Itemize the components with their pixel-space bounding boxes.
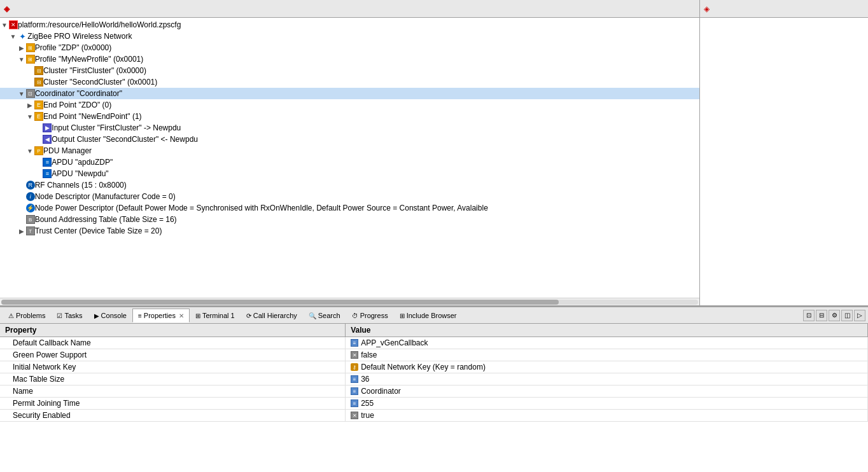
tab-icon-include-browser: ⊞ — [400, 312, 405, 319]
tree-item[interactable]: ⚡Node Power Descriptor (Default Power Mo… — [0, 202, 699, 214]
tree-toggle[interactable]: ▼ — [17, 90, 26, 97]
tree-label: Output Cluster "SecondCluster" <- Newpdu — [52, 135, 198, 144]
tree-label: Profile "ZDP" (0x0000) — [35, 43, 112, 52]
property-row: Green Power Support ✕false — [0, 349, 868, 361]
tab-close-properties[interactable]: ✕ — [179, 312, 184, 319]
prop-header-value: Value — [346, 324, 868, 337]
tree-label: APDU "apduZDP" — [52, 158, 113, 167]
tab-icon-console: ▶ — [94, 312, 99, 319]
tree-toggle[interactable]: ▼ — [25, 113, 34, 120]
bottom-panel: ⚠Problems☑Tasks▶Console≡Properties✕⊞Term… — [0, 307, 868, 472]
tab-label-call-hierarchy: Call Hierarchy — [253, 312, 297, 319]
tree-toggle[interactable]: ▼ — [25, 148, 34, 155]
tree-indent — [0, 146, 25, 155]
tree-item[interactable]: ⊟Cluster "FirstCluster" (0x0000) — [0, 65, 699, 76]
tab-console[interactable]: ▶Console — [88, 309, 132, 323]
tree-item[interactable]: ≡APDU "apduZDP" — [0, 156, 699, 168]
tab-label-include-browser: Include Browser — [407, 312, 457, 319]
tree-label: Profile "MyNewProfile" (0x0001) — [35, 55, 144, 64]
tree-item[interactable]: ⊟Cluster "SecondCluster" (0x0001) — [0, 76, 699, 88]
property-value-text: true — [361, 411, 374, 420]
tree-item[interactable]: ≡APDU "Newpdu" — [0, 168, 699, 179]
property-value-text: 36 — [361, 375, 369, 384]
tree-item[interactable]: ▼PPDU Manager — [0, 145, 699, 156]
tree-indent — [0, 43, 17, 52]
tab-include-browser[interactable]: ⊞Include Browser — [394, 309, 463, 323]
tree-item[interactable]: ▼✕platform:/resource/HelloWorld/helloWor… — [0, 19, 699, 31]
tab-properties[interactable]: ≡Properties✕ — [132, 309, 190, 323]
tree-item[interactable]: ▶EEnd Point "ZDO" (0) — [0, 99, 699, 111]
tree-indent — [0, 181, 17, 190]
tree-item[interactable]: ◀Output Cluster "SecondCluster" <- Newpd… — [0, 134, 699, 145]
right-panel-content — [700, 18, 868, 305]
tab-terminal1[interactable]: ⊞Terminal 1 — [190, 309, 241, 323]
right-panel-icon: ◈ — [704, 4, 710, 13]
tree-item[interactable]: RRF Channels (15 : 0x8000) — [0, 179, 699, 191]
value-icon: ✕ — [351, 412, 358, 419]
tab-call-hierarchy[interactable]: ⟳Call Hierarchy — [241, 309, 303, 323]
toolbar-btn-1[interactable]: ⊟ — [816, 310, 827, 321]
tree-toggle[interactable]: ▼ — [0, 22, 9, 29]
horizontal-scrollbar-thumb[interactable] — [1, 300, 559, 305]
tree-label: Input Cluster "FirstCluster" -> Newpdu — [52, 123, 181, 132]
property-name: Default Callback Name — [0, 337, 346, 349]
tree-label: Coordinator "Coordinator" — [35, 89, 122, 98]
toolbar-btn-0[interactable]: ⊡ — [803, 310, 815, 321]
tree-toggle[interactable]: ▶ — [17, 228, 26, 235]
tab-icon-properties: ≡ — [138, 312, 142, 319]
value-icon: ✕ — [351, 351, 358, 359]
tab-progress[interactable]: ⏱Progress — [346, 309, 394, 323]
pdu-icon: P — [34, 146, 43, 155]
tab-label-console: Console — [101, 312, 127, 319]
property-row: Default Callback Name ≡APP_vGenCallback — [0, 337, 868, 349]
endpoint-icon: E — [34, 101, 43, 109]
profile-icon: ⊞ — [26, 55, 35, 64]
resource-tree[interactable]: ▼✕platform:/resource/HelloWorld/helloWor… — [0, 18, 699, 298]
property-value-text: APP_vGenCallback — [361, 338, 428, 347]
endpoint-icon: E — [34, 112, 43, 121]
tree-indent — [0, 226, 17, 235]
tree-item[interactable]: ▶Input Cluster "FirstCluster" -> Newpdu — [0, 122, 699, 134]
value-icon: ≡ — [351, 375, 358, 383]
tree-label: APDU "Newpdu" — [52, 169, 108, 178]
tree-toggle[interactable]: ▶ — [17, 45, 26, 52]
property-value: ✕false — [346, 349, 868, 361]
tree-item[interactable]: ▼EEnd Point "NewEndPoint" (1) — [0, 111, 699, 122]
property-value: ≡36 — [346, 373, 868, 385]
tab-problems[interactable]: ⚠Problems — [3, 309, 51, 323]
tree-item[interactable]: ▼⊡Coordinator "Coordinator" — [0, 88, 699, 99]
tab-tasks[interactable]: ☑Tasks — [51, 309, 88, 323]
tree-toggle[interactable]: ▶ — [25, 102, 34, 109]
tree-item[interactable]: BBound Addressing Table (Table Size = 16… — [0, 214, 699, 225]
tree-item[interactable]: iNode Descriptor (Manufacturer Code = 0) — [0, 191, 699, 202]
tree-label: Cluster "FirstCluster" (0x0000) — [43, 66, 146, 75]
tree-indent — [0, 192, 17, 201]
tree-item[interactable]: ▼⊞Profile "MyNewProfile" (0x0001) — [0, 53, 699, 65]
horizontal-scrollbar[interactable] — [1, 300, 698, 305]
toolbar-btn-2[interactable]: ⚙ — [829, 310, 840, 321]
tree-indent — [0, 89, 17, 98]
tab-label-properties: Properties — [144, 312, 176, 319]
tab-icon-problems: ⚠ — [8, 312, 14, 319]
tree-toggle[interactable]: ▼ — [17, 56, 26, 63]
tab-search[interactable]: 🔍Search — [303, 309, 346, 323]
tree-item[interactable]: ▼✦ZigBee PRO Wireless Network — [0, 31, 699, 42]
resource-panel: ◈ ▼✕platform:/resource/HelloWorld/helloW… — [0, 0, 700, 305]
output-cluster-icon: ◀ — [43, 135, 52, 144]
toolbar-btn-3[interactable]: ◫ — [841, 310, 853, 321]
value-icon: ⚷ — [351, 363, 358, 371]
tree-item[interactable]: ▶TTrust Center (Device Table Size = 20) — [0, 225, 699, 237]
tree-toggle[interactable]: ▼ — [8, 33, 17, 40]
tab-icon-tasks: ☑ — [57, 312, 62, 319]
property-name: Green Power Support — [0, 349, 346, 361]
tree-indent — [0, 123, 34, 132]
horizontal-scrollbar-area[interactable] — [0, 298, 699, 305]
tree-item[interactable]: ▶⊞Profile "ZDP" (0x0000) — [0, 42, 699, 53]
tree-indent — [0, 215, 17, 224]
toolbar-btn-4[interactable]: ▷ — [854, 310, 865, 321]
tab-toolbar: ⊡⊟⚙◫▷ — [803, 310, 865, 321]
resource-set-icon: ◈ — [4, 4, 10, 13]
main-container: ◈ ▼✕platform:/resource/HelloWorld/helloW… — [0, 0, 868, 472]
prop-header-property: Property — [0, 324, 346, 337]
property-value: ≡APP_vGenCallback — [346, 337, 868, 349]
